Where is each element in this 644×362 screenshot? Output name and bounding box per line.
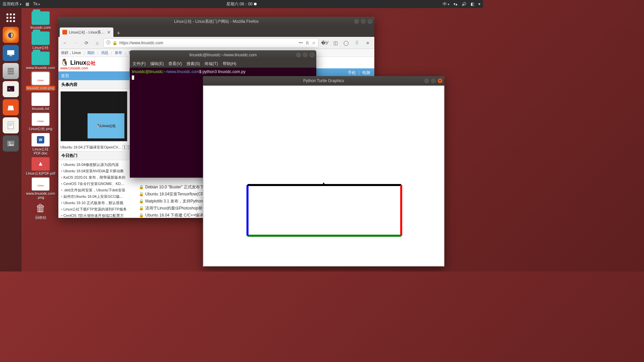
terminal-cursor	[132, 75, 134, 80]
turtle-titlebar[interactable]: Python Turtle Graphics – ▢ ✕	[203, 76, 444, 85]
desktop-doc-file[interactable]: WLinux公社PDF.doc	[25, 133, 56, 155]
list-item[interactable]: 如何在Ubuntu 18.04上安装GCC编译器	[61, 193, 127, 200]
tab-strip: Linux公社 - Linux系统门 ✕ +	[58, 26, 374, 37]
tk-menu[interactable]: Tk	[33, 2, 40, 6]
firefox-launcher-icon[interactable]: ◐	[3, 27, 19, 43]
menu-terminal[interactable]: 终端(T)	[205, 61, 218, 67]
bookmark-link[interactable]: 消息	[101, 50, 108, 55]
site-nav: 首页	[58, 71, 129, 80]
close-button[interactable]: ✕	[368, 19, 372, 24]
back-button[interactable]: ←	[60, 38, 70, 48]
sidebar-icon[interactable]: ◫	[331, 38, 340, 48]
library-icon[interactable]: �У	[320, 38, 329, 48]
extensions-icon[interactable]: ⠿	[352, 38, 362, 48]
maximize-button[interactable]: ▢	[303, 53, 308, 57]
browser-tab[interactable]: Linux公社 - Linux系统门 ✕	[60, 27, 113, 37]
minimize-button[interactable]: –	[424, 78, 429, 83]
svg-rect-7	[8, 122, 13, 129]
page-actions-icon[interactable]: •••	[299, 41, 303, 45]
greeting-label: 你好，Linux	[61, 50, 81, 55]
maximize-button[interactable]: ▢	[431, 78, 436, 83]
menu-help[interactable]: 帮助(H)	[223, 61, 236, 67]
list-item[interactable]: Ubuntu 18.04修改默认源为国内源	[61, 162, 127, 168]
window-title: Python Turtle Graphics	[303, 78, 344, 83]
bookmark-link[interactable]: 我的	[87, 50, 95, 55]
tk-indicator-icon: ▦	[25, 2, 29, 6]
desktop-text-file[interactable]: linuxidc.txt	[25, 93, 56, 111]
svg-rect-1	[10, 55, 12, 56]
app-menu-icon[interactable]: ≡	[363, 38, 372, 48]
applications-menu[interactable]: 应用程序	[3, 1, 21, 7]
nav-link[interactable]: 手机	[348, 70, 356, 76]
site-logo[interactable]: 🐧 Linux公社 www.Linuxidc.com	[58, 57, 129, 71]
ime-indicator[interactable]: 中	[443, 1, 449, 7]
image-viewer-launcher-icon[interactable]	[3, 135, 19, 152]
list-item[interactable]: Ubuntu 19.10 正式版发布，默认搭载	[61, 200, 127, 206]
bookmark-star-icon[interactable]: ☆	[312, 41, 316, 45]
list-item[interactable]: CentOS 7命令行安装GNOME、KDE图形	[61, 181, 127, 187]
top-panel: 应用程序 ▦ Tk 星期六 08：00 中 ▾▴ 🔊 ◧ ▾	[0, 0, 483, 8]
svg-rect-0	[7, 50, 14, 55]
text-editor-launcher-icon[interactable]	[3, 117, 19, 133]
terminal-launcher-icon[interactable]: >_	[3, 81, 19, 97]
screenshot-launcher-icon[interactable]	[3, 45, 19, 61]
svg-rect-3	[8, 70, 14, 72]
nav-home[interactable]: 首页	[61, 73, 69, 79]
favicon-icon	[62, 30, 67, 35]
reader-mode-icon[interactable]: ⎘	[306, 41, 309, 45]
nav-link[interactable]: 电脑	[362, 70, 370, 76]
list-item[interactable]: Linux公社下载FTP资源的请到FTP服务	[61, 206, 127, 213]
featured-article-image[interactable]: 🐧 Linux公社	[60, 91, 127, 141]
desktop-image[interactable]: Linuxlinuxidc.com.png	[25, 72, 56, 90]
close-button[interactable]: ✕	[438, 78, 442, 83]
desktop-folder[interactable]: Linux公社	[25, 32, 56, 50]
battery-icon[interactable]: ◧	[471, 2, 474, 6]
menu-edit[interactable]: 编辑(E)	[150, 61, 164, 67]
pager-1[interactable]: 1	[122, 145, 127, 150]
show-applications-button[interactable]	[4, 11, 18, 25]
maximize-button[interactable]: ▢	[361, 19, 366, 24]
home-button[interactable]: ⌂	[93, 38, 102, 48]
menu-search[interactable]: 搜索(S)	[186, 61, 200, 67]
svg-rect-4	[8, 73, 14, 75]
desktop-trash[interactable]: 🗑回收站	[25, 201, 56, 220]
reload-button[interactable]: ⟳	[82, 38, 91, 48]
desktop-image[interactable]: Linuxwww.linuxidc.com.png	[25, 177, 56, 199]
minimize-button[interactable]: –	[296, 53, 301, 57]
url-bar[interactable]: ⓘ 🔒 https://www.linuxidc.com ••• ⎘ ☆	[103, 38, 319, 48]
system-menu-icon[interactable]: ▾	[478, 2, 480, 6]
list-item[interactable]: .deb文件如何安装，Ubuntu下deb安装	[61, 187, 127, 193]
software-center-launcher-icon[interactable]	[3, 99, 19, 115]
list-item[interactable]: CentOS 7防火墙快速开放端口配置方	[61, 213, 127, 218]
desktop-image[interactable]: LinuxLinux公社.png	[25, 113, 56, 131]
minimize-button[interactable]: –	[354, 19, 359, 24]
network-icon[interactable]: ▾▴	[453, 2, 458, 6]
svg-rect-2	[8, 68, 14, 70]
new-tab-button[interactable]: +	[113, 30, 124, 37]
clock[interactable]: 星期六 08：00	[226, 1, 253, 7]
list-item[interactable]: Ubuntu 18.04安装NVIDIA显卡驱动教	[61, 168, 127, 174]
menu-file[interactable]: 文件(F)	[132, 61, 146, 67]
launcher-dock: ◐ >_	[0, 8, 21, 272]
tab-close-button[interactable]: ✕	[107, 30, 111, 35]
desktop-folder[interactable]: www.linuxidc.com	[25, 52, 56, 70]
terminal-titlebar[interactable]: linuxidc@linuxidc:~/www.linuxidc.com – ▢…	[130, 50, 316, 60]
volume-icon[interactable]: 🔊	[462, 2, 467, 6]
nav-toolbar: ← → ⟳ ⌂ ⓘ 🔒 https://www.linuxidc.com •••…	[58, 37, 374, 49]
files-launcher-icon[interactable]	[3, 63, 19, 79]
turtle-canvas	[203, 85, 444, 266]
lock-icon: 🔒	[112, 41, 117, 45]
desktop-pdf-file[interactable]: ▲Linux公社PDF.pdf	[25, 157, 56, 175]
svg-text:>_: >_	[8, 87, 12, 90]
list-item[interactable]: KaOS 2020.01 发布，附带最新版本的	[61, 174, 127, 181]
desktop-folder[interactable]: linuxidc.com	[25, 11, 56, 29]
menu-view[interactable]: 查看(V)	[168, 61, 182, 67]
close-button[interactable]: ✕	[310, 53, 314, 57]
section-header: 今日热门	[58, 151, 129, 160]
account-icon[interactable]: ◯	[341, 38, 351, 48]
forward-button[interactable]: →	[71, 38, 80, 48]
bookmark-link[interactable]: 发布	[115, 50, 122, 55]
firefox-titlebar[interactable]: Linux公社 - Linux系统门户网站 - Mozilla Firefox …	[58, 17, 374, 26]
article-caption[interactable]: Ubuntu 18.04.2下编译安装OpenCV...	[60, 145, 121, 150]
site-info-icon[interactable]: ⓘ	[106, 40, 110, 46]
